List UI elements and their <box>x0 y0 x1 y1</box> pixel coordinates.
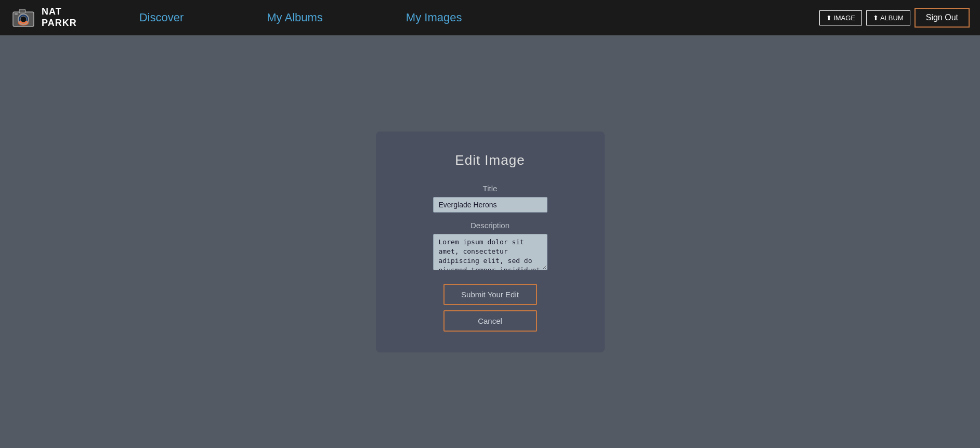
submit-edit-button[interactable]: Submit Your Edit <box>443 284 537 305</box>
title-label: Title <box>483 184 498 193</box>
svg-rect-6 <box>15 13 18 15</box>
sign-out-button[interactable]: Sign Out <box>914 8 970 28</box>
description-label: Description <box>471 221 509 230</box>
description-group: Description <box>402 221 579 270</box>
upload-image-button[interactable]: ⬆ IMAGE <box>819 10 863 25</box>
nav-links: Discover My Albums My Images <box>98 11 819 24</box>
nav-right: ⬆ IMAGE ⬆ ALBUM Sign Out <box>819 8 970 28</box>
cancel-button[interactable]: Cancel <box>443 310 537 332</box>
form-title: Edit Image <box>455 152 525 168</box>
title-group: Title <box>402 184 579 213</box>
upload-album-button[interactable]: ⬆ ALBUM <box>866 10 910 25</box>
logo-text: NAT PARKR <box>42 6 77 29</box>
svg-rect-1 <box>19 9 25 13</box>
navbar: NAT PARKR Discover My Albums My Images ⬆… <box>0 0 980 35</box>
svg-point-5 <box>20 16 27 22</box>
nav-link-my-albums[interactable]: My Albums <box>225 11 364 24</box>
description-textarea[interactable] <box>433 234 547 270</box>
logo-icon <box>10 5 36 31</box>
nav-link-discover[interactable]: Discover <box>98 11 226 24</box>
logo-area: NAT PARKR <box>10 5 77 31</box>
edit-image-card: Edit Image Title Description Submit Your… <box>376 131 605 352</box>
nav-link-my-images[interactable]: My Images <box>364 11 504 24</box>
title-input[interactable] <box>433 197 547 213</box>
main-content: Edit Image Title Description Submit Your… <box>0 35 980 448</box>
